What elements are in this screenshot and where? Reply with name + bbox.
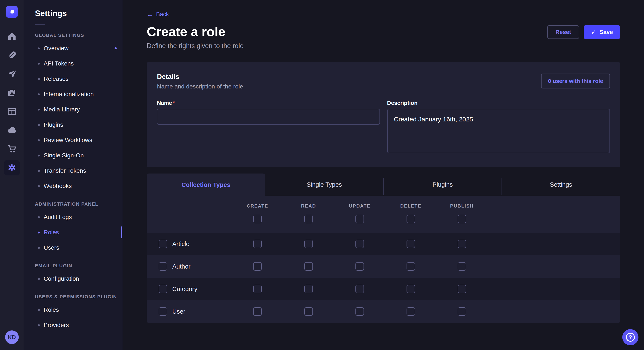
content-feather-icon — [7, 50, 17, 61]
page-title: Create a role — [147, 24, 244, 39]
sidebar-item-webhooks[interactable]: Webhooks — [24, 178, 123, 194]
permissions-table: CREATE READ UPDATE DELETE PUBLISH — [147, 196, 620, 323]
sidebar-item-audit-logs[interactable]: Audit Logs — [24, 209, 123, 225]
sidebar-item-releases[interactable]: Releases — [24, 71, 123, 87]
tab-single-types[interactable]: Single Types — [265, 174, 384, 196]
bullet-icon — [38, 247, 40, 249]
sidebar-item-providers[interactable]: Providers — [24, 318, 123, 333]
strapi-logo[interactable] — [6, 6, 18, 18]
permissions-section: Collection Types Single Types Plugins Se… — [147, 174, 620, 323]
row-select-checkbox[interactable] — [159, 240, 167, 248]
sidebar-item-users[interactable]: Users — [24, 240, 123, 255]
tab-plugins[interactable]: Plugins — [384, 174, 502, 196]
page-heading-block: Create a role Define the rights given to… — [147, 24, 244, 50]
author-create-checkbox[interactable] — [253, 262, 262, 271]
sidebar-item-roles-active[interactable]: Roles — [24, 225, 123, 240]
bullet-icon — [38, 63, 40, 65]
article-create-checkbox[interactable] — [253, 240, 262, 248]
user-avatar[interactable]: KD — [5, 331, 19, 344]
article-publish-checkbox[interactable] — [458, 240, 466, 248]
sidebar-item-plugins[interactable]: Plugins — [24, 117, 123, 133]
row-label: Category — [172, 286, 198, 293]
row-label: User — [172, 308, 185, 315]
paper-plane-icon — [7, 69, 17, 80]
sidebar-item-single-sign-on[interactable]: Single Sign-On — [24, 148, 123, 163]
author-delete-checkbox[interactable] — [406, 262, 415, 271]
role-name-input[interactable] — [157, 109, 380, 125]
user-read-checkbox[interactable] — [304, 307, 313, 316]
column-header-delete: DELETE — [385, 203, 436, 209]
section-label: EMAIL PLUGIN — [24, 263, 123, 269]
bullet-icon — [38, 124, 40, 126]
sidebar-item-overview[interactable]: Overview — [24, 41, 123, 56]
section-label: GLOBAL SETTINGS — [24, 32, 123, 38]
table-row-user: User — [147, 300, 620, 323]
section-users-permissions-plugin: USERS & PERMISSIONS PLUGIN Roles Provide… — [24, 294, 123, 333]
row-label: Article — [172, 240, 190, 247]
category-publish-checkbox[interactable] — [458, 285, 466, 293]
content-manager-button[interactable] — [4, 48, 20, 63]
select-all-publish-checkbox[interactable] — [458, 215, 466, 223]
category-create-checkbox[interactable] — [253, 285, 262, 293]
section-email-plugin: EMAIL PLUGIN Configuration — [24, 263, 123, 286]
settings-gear-icon — [7, 163, 17, 173]
marketplace-cart-icon — [7, 144, 17, 154]
article-delete-checkbox[interactable] — [406, 240, 415, 248]
details-subtitle: Name and description of the role — [157, 83, 243, 90]
sidebar-item-review-workflows[interactable]: Review Workflows — [24, 133, 123, 148]
row-select-checkbox[interactable] — [159, 285, 167, 293]
bullet-icon — [38, 232, 40, 233]
back-link[interactable]: ← Back — [147, 11, 169, 18]
settings-button[interactable] — [4, 160, 20, 175]
article-read-checkbox[interactable] — [304, 240, 313, 248]
bullet-icon — [38, 47, 40, 49]
save-label: Save — [600, 29, 613, 35]
sidebar-item-configuration[interactable]: Configuration — [24, 271, 123, 286]
author-update-checkbox[interactable] — [356, 262, 364, 271]
sidebar-item-transfer-tokens[interactable]: Transfer Tokens — [24, 163, 123, 178]
sidebar-item-api-tokens[interactable]: API Tokens — [24, 56, 123, 71]
row-select-checkbox[interactable] — [159, 262, 167, 271]
select-all-create-checkbox[interactable] — [253, 215, 262, 223]
section-label: ADMINISTRATION PANEL — [24, 201, 123, 207]
content-type-builder-button[interactable] — [4, 104, 20, 119]
home-button[interactable] — [4, 29, 20, 44]
user-create-checkbox[interactable] — [253, 307, 262, 316]
sidebar-item-internationalization[interactable]: Internationalization — [24, 87, 123, 102]
reset-button[interactable]: Reset — [547, 25, 579, 39]
category-delete-checkbox[interactable] — [406, 285, 415, 293]
sidebar-item-up-roles[interactable]: Roles — [24, 302, 123, 318]
sidebar-item-media-library[interactable]: Media Library — [24, 102, 123, 117]
check-icon: ✓ — [591, 29, 596, 36]
select-all-read-checkbox[interactable] — [304, 215, 313, 223]
users-with-role-button[interactable]: 0 users with this role — [541, 74, 610, 88]
article-update-checkbox[interactable] — [356, 240, 364, 248]
tab-collection-types[interactable]: Collection Types — [147, 174, 265, 196]
user-delete-checkbox[interactable] — [406, 307, 415, 316]
bullet-icon — [38, 309, 40, 311]
row-select-checkbox[interactable] — [159, 307, 167, 316]
media-library-button[interactable] — [4, 85, 20, 101]
user-update-checkbox[interactable] — [356, 307, 364, 316]
select-all-delete-checkbox[interactable] — [406, 215, 415, 223]
main-content: ← Back Create a role Define the rights g… — [123, 0, 644, 350]
author-read-checkbox[interactable] — [304, 262, 313, 271]
deployments-button[interactable] — [4, 123, 20, 138]
help-button[interactable]: ? — [622, 329, 638, 345]
tab-settings[interactable]: Settings — [502, 174, 620, 196]
select-all-update-checkbox[interactable] — [356, 215, 364, 223]
role-description-textarea[interactable]: Created January 16th, 2025 — [387, 109, 610, 153]
category-update-checkbox[interactable] — [356, 285, 364, 293]
section-global-settings: GLOBAL SETTINGS Overview API Tokens Rele… — [24, 32, 123, 194]
permissions-tabs: Collection Types Single Types Plugins Se… — [147, 174, 620, 196]
table-row-author: Author — [147, 255, 620, 278]
user-publish-checkbox[interactable] — [458, 307, 466, 316]
save-button[interactable]: ✓ Save — [584, 25, 620, 39]
row-label: Author — [172, 263, 190, 270]
releases-button[interactable] — [4, 67, 20, 82]
page-subtitle: Define the rights given to the role — [147, 42, 244, 50]
permissions-table-header: CREATE READ UPDATE DELETE PUBLISH — [147, 196, 620, 233]
author-publish-checkbox[interactable] — [458, 262, 466, 271]
marketplace-button[interactable] — [4, 141, 20, 157]
category-read-checkbox[interactable] — [304, 285, 313, 293]
